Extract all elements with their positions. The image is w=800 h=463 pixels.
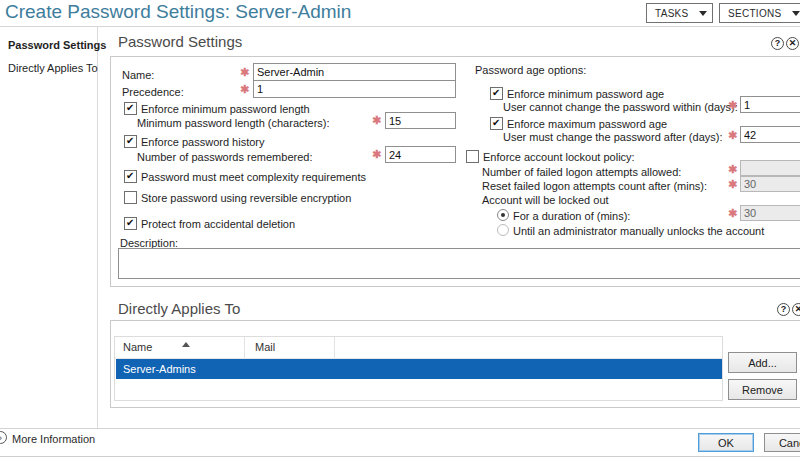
min-length-input[interactable]	[385, 112, 456, 129]
more-information-link[interactable]: More Information	[12, 433, 95, 446]
enforce-min-length-label: Enforce minimum password length	[141, 103, 310, 116]
name-input[interactable]	[253, 63, 456, 81]
chevron-down-icon	[699, 11, 707, 16]
column-header-mail[interactable]: Mail	[255, 341, 275, 353]
remove-button[interactable]: Remove	[728, 379, 797, 400]
enforce-max-age-label: Enforce maximum password age	[507, 118, 667, 131]
enforce-min-length-checkbox[interactable]	[124, 102, 137, 115]
history-count-label: Number of passwords remembered:	[137, 151, 312, 164]
age-options-label: Password age options:	[475, 64, 586, 77]
min-age-input[interactable]	[740, 96, 800, 113]
ok-button[interactable]: OK	[698, 433, 754, 452]
sort-ascending-icon	[182, 342, 190, 347]
required-icon: ✱	[728, 163, 737, 176]
close-icon[interactable]: ✕	[786, 37, 799, 50]
table-row[interactable]: Server-Admins	[116, 359, 722, 379]
lockout-policy-checkbox[interactable]	[466, 150, 479, 163]
page-title: Create Password Settings: Server-Admin	[5, 1, 351, 23]
required-icon: ✱	[372, 114, 381, 127]
complexity-label: Password must meet complexity requiremen…	[141, 171, 366, 184]
help-icon[interactable]: ?	[771, 37, 784, 50]
max-age-label: User must change the password after (day…	[503, 131, 722, 144]
duration-label: For a duration of (mins):	[513, 210, 630, 223]
enforce-min-age-checkbox[interactable]	[490, 87, 503, 100]
protect-deletion-label: Protect from accidental deletion	[141, 218, 295, 231]
footer-divider	[0, 428, 800, 429]
window-titlebar: Create Password Settings: Server-Admin T…	[0, 0, 800, 27]
complexity-checkbox[interactable]	[124, 170, 137, 183]
reversible-encryption-checkbox[interactable]	[124, 191, 137, 204]
description-input[interactable]	[118, 248, 800, 279]
enforce-history-checkbox[interactable]	[124, 135, 137, 148]
history-count-input[interactable]	[385, 146, 456, 163]
enforce-max-age-checkbox[interactable]	[490, 117, 503, 130]
required-icon: ✱	[728, 129, 737, 142]
tasks-button[interactable]: TASKS	[646, 3, 713, 23]
sidebar-item-directly-applies-to[interactable]: Directly Applies To	[8, 62, 98, 74]
password-settings-section-title: Password Settings	[118, 33, 242, 50]
enforce-min-age-label: Enforce minimum password age	[507, 88, 664, 101]
required-icon: ✱	[728, 99, 737, 112]
column-header-name[interactable]: Name	[123, 341, 152, 353]
reset-after-label: Reset failed logon attempts count after …	[482, 180, 707, 193]
column-divider	[244, 337, 245, 358]
name-label: Name:	[122, 69, 154, 82]
column-divider	[334, 337, 335, 358]
failed-attempts-label: Number of failed logon attempts allowed:	[482, 166, 681, 179]
required-icon: ✱	[372, 148, 381, 161]
protect-deletion-checkbox[interactable]	[124, 217, 137, 230]
help-icon[interactable]: ?	[777, 303, 790, 316]
create-password-settings-window: Create Password Settings: Server-Admin T…	[0, 0, 800, 463]
duration-radio[interactable]	[497, 209, 509, 221]
reversible-encryption-label: Store password using reversible encrypti…	[141, 192, 351, 205]
close-icon[interactable]: ✕	[792, 303, 800, 316]
failed-attempts-input[interactable]	[740, 160, 800, 176]
max-age-input[interactable]	[740, 126, 800, 143]
min-length-label: Minimum password length (characters):	[137, 117, 330, 130]
precedence-label: Precedence:	[122, 86, 184, 99]
directly-applies-to-section-title: Directly Applies To	[118, 300, 240, 317]
required-icon: ✱	[240, 83, 249, 96]
reset-after-input[interactable]	[740, 176, 800, 192]
tasks-button-label: TASKS	[655, 8, 689, 19]
until-admin-label: Until an administrator manually unlocks …	[513, 225, 764, 238]
precedence-input[interactable]	[253, 80, 456, 98]
window-bottom-edge	[0, 456, 800, 457]
lockout-policy-label: Enforce account lockout policy:	[483, 151, 635, 164]
add-button[interactable]: Add...	[728, 352, 797, 373]
required-icon: ✱	[728, 207, 737, 220]
until-admin-radio[interactable]	[497, 224, 509, 236]
chevron-down-icon	[792, 11, 800, 16]
cancel-button[interactable]: Cancel	[764, 433, 800, 452]
locked-out-label: Account will be locked out	[482, 194, 609, 207]
duration-input[interactable]	[740, 205, 800, 221]
section-nav-sidebar: Password Settings Directly Applies To	[0, 27, 98, 428]
min-age-label: User cannot change the password within (…	[503, 101, 738, 114]
required-icon: ✱	[728, 178, 737, 191]
enforce-history-label: Enforce password history	[141, 136, 265, 149]
more-info-icon[interactable]: ›	[0, 431, 7, 444]
sidebar-item-password-settings[interactable]: Password Settings	[8, 39, 106, 51]
applies-to-table: Name Mail Server-Admins	[114, 336, 723, 401]
sections-button-label: SECTIONS	[728, 8, 782, 19]
required-icon: ✱	[240, 66, 249, 79]
sections-button[interactable]: SECTIONS	[719, 3, 800, 23]
